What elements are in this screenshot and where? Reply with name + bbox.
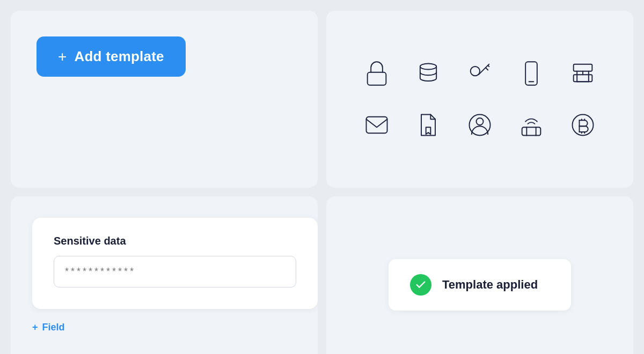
icons-row-2 <box>362 101 598 149</box>
add-field-button[interactable]: + Field <box>11 309 86 346</box>
svg-rect-5 <box>574 64 592 71</box>
database-icon <box>413 58 443 88</box>
bitcoin-icon <box>568 110 598 140</box>
check-circle-icon <box>410 274 431 296</box>
sensitive-data-input[interactable] <box>54 256 296 287</box>
user-icon <box>465 110 495 140</box>
add-template-panel: + Add template <box>11 11 318 188</box>
template-applied-text: Template applied <box>442 278 538 292</box>
svg-rect-14 <box>522 127 541 135</box>
add-template-label: Add template <box>75 48 164 65</box>
server-icon <box>568 58 598 88</box>
mobile-icon <box>516 58 546 88</box>
svg-rect-6 <box>574 75 592 82</box>
document-icon <box>413 110 443 140</box>
email-icon <box>362 110 392 140</box>
router-icon <box>516 110 546 140</box>
add-field-plus-icon: + <box>32 322 38 333</box>
sensitive-data-card: Sensitive data <box>32 218 318 309</box>
lock-icon <box>362 58 392 88</box>
plus-icon: + <box>58 49 67 64</box>
key-icon <box>465 58 495 88</box>
main-grid: + Add template <box>0 0 644 354</box>
form-wrapper: Sensitive data + Field <box>11 196 318 354</box>
icons-panel <box>326 11 633 188</box>
sensitive-data-label: Sensitive data <box>54 235 296 247</box>
icons-row-1 <box>362 50 598 97</box>
svg-point-1 <box>420 64 436 70</box>
svg-rect-0 <box>368 72 386 85</box>
template-applied-panel: Template applied <box>326 196 633 354</box>
template-applied-card: Template applied <box>389 259 571 311</box>
svg-rect-11 <box>367 117 387 133</box>
form-panel: Sensitive data + Field <box>11 196 318 354</box>
add-field-label: Field <box>42 322 65 333</box>
add-template-button[interactable]: + Add template <box>36 36 186 77</box>
svg-point-13 <box>477 118 484 125</box>
